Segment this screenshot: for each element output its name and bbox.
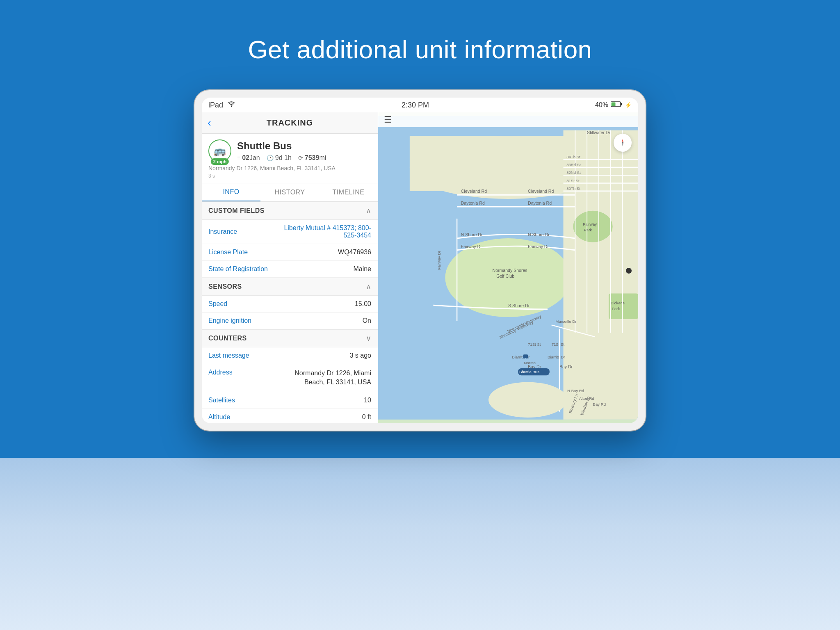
satellites-row: Satellites 10 (202, 392, 378, 409)
svg-text:Fairway Dr: Fairway Dr (437, 251, 441, 270)
svg-text:Park: Park (612, 306, 620, 311)
map-compass-button[interactable] (614, 134, 632, 152)
svg-text:71St St: 71St St (528, 342, 541, 347)
svg-rect-64 (525, 358, 526, 360)
address-label[interactable]: Address (208, 369, 233, 376)
svg-text:Park: Park (584, 228, 592, 232)
svg-text:Shuttle Bus: Shuttle Bus (519, 370, 539, 374)
engine-ignition-label[interactable]: Engine ignition (208, 317, 251, 324)
custom-fields-header[interactable]: CUSTOM FIELDS ∧ (202, 202, 378, 220)
svg-text:Cleveland Rd: Cleveland Rd (461, 189, 487, 194)
sensors-header[interactable]: SENSORS ∧ (202, 278, 378, 296)
left-panel: ‹ TRACKING 🚌 2 mph Shuttle Bus (202, 112, 378, 423)
vehicle-avatar: 🚌 2 mph (208, 139, 231, 162)
counters-header[interactable]: COUNTERS ∨ (202, 329, 378, 347)
insurance-value[interactable]: Liberty Mutual # 415373; 800-525-3454 (282, 224, 371, 239)
svg-text:Stillwater Dr: Stillwater Dr (587, 130, 610, 135)
svg-text:Daytonia Rd: Daytonia Rd (461, 201, 485, 205)
svg-text:Cleveland Rd: Cleveland Rd (528, 189, 554, 194)
charge-icon: ⚡ (625, 102, 632, 108)
last-message-row: Last message 3 s ago (202, 347, 378, 364)
vehicle-stats: ≡ 02Jan 🕐 9d 1h ⟳ 7539mi (237, 154, 371, 162)
device-name: iPad (208, 101, 223, 110)
svg-point-67 (622, 142, 623, 144)
speed-badge: 2 mph (211, 158, 229, 165)
svg-rect-2 (611, 103, 615, 106)
state-registration-label[interactable]: State of Registration (208, 265, 268, 273)
address-value: Normandy Dr 1226, Miami Beach, FL 33141,… (282, 369, 371, 387)
svg-text:Fairway: Fairway (583, 222, 597, 226)
sensors-chevron: ∧ (366, 282, 371, 291)
svg-text:84Th St: 84Th St (566, 155, 580, 159)
svg-text:Golf Club: Golf Club (496, 274, 514, 278)
engine-ignition-value: On (363, 317, 371, 324)
altitude-row: Altitude 0 ft (202, 409, 378, 423)
hamburger-icon[interactable]: ☰ (384, 114, 392, 125)
back-button[interactable]: ‹ (208, 116, 211, 129)
speed-value: 15.00 (355, 300, 371, 308)
custom-fields-title: CUSTOM FIELDS (208, 207, 265, 215)
clock-icon: 🕐 (267, 155, 274, 161)
insurance-label[interactable]: Insurance (208, 228, 237, 235)
tab-info[interactable]: INFO (202, 183, 260, 201)
vehicle-icon: 🚌 (214, 145, 226, 157)
stat-date: ≡ 02Jan (237, 154, 260, 162)
tab-timeline[interactable]: TIMELINE (319, 183, 378, 201)
status-left: iPad (208, 101, 235, 110)
ipad-screen: iPad 2:30 PM 40% (202, 98, 638, 423)
svg-text:80Th St: 80Th St (566, 186, 580, 191)
altitude-value: 0 ft (362, 413, 371, 421)
vehicle-card: 🚌 2 mph Shuttle Bus ≡ 02Jan (202, 134, 378, 183)
vehicle-name: Shuttle Bus (237, 140, 371, 152)
speed-row: Speed 15.00 (202, 296, 378, 313)
svg-text:Normandy Shores: Normandy Shores (493, 268, 527, 273)
svg-text:S Shore Dr: S Shore Dr (508, 303, 530, 308)
last-message-label[interactable]: Last message (208, 352, 249, 359)
status-bar: iPad 2:30 PM 40% (202, 98, 638, 112)
svg-text:Fairway Dr: Fairway Dr (528, 244, 549, 249)
scroll-indicator (626, 268, 632, 274)
header-area: Get additional unit information (0, 0, 840, 98)
counters-chevron: ∨ (366, 334, 371, 343)
stat-duration-value: 9d 1h (275, 154, 292, 162)
address-row: Address Normandy Dr 1226, Miami Beach, F… (202, 364, 378, 392)
mileage-icon: ⟳ (298, 155, 303, 161)
stat-mileage-value: 7539mi (305, 154, 326, 162)
state-registration-value: Maine (353, 265, 371, 273)
svg-point-59 (488, 382, 567, 418)
wifi-icon (227, 101, 235, 110)
state-registration-row: State of Registration Maine (202, 261, 378, 278)
map-svg: Normandy Shores Golf Club Fairway Park D… (378, 112, 638, 423)
svg-text:Bay Rd: Bay Rd (593, 402, 606, 406)
satellites-value: 10 (364, 397, 371, 404)
svg-text:81St St: 81St St (566, 178, 580, 183)
nav-header: ‹ TRACKING (202, 112, 378, 134)
stat-duration: 🕐 9d 1h (267, 154, 292, 162)
stat-mileage: ⟳ 7539mi (298, 154, 326, 162)
satellites-label[interactable]: Satellites (208, 397, 235, 404)
page-title: Get additional unit information (248, 35, 592, 64)
license-plate-value: WQ476936 (338, 249, 371, 256)
svg-rect-63 (523, 354, 528, 358)
map-header: ☰ (378, 112, 638, 127)
license-plate-label[interactable]: License Plate (208, 249, 248, 256)
sensors-title: SENSORS (208, 283, 242, 290)
svg-text:82Nd St: 82Nd St (566, 170, 581, 175)
bottom-background (0, 458, 840, 630)
last-message-value: 3 s ago (350, 352, 371, 359)
altitude-label[interactable]: Altitude (208, 413, 230, 421)
calendar-icon: ≡ (237, 155, 240, 161)
vehicle-top: 🚌 2 mph Shuttle Bus ≡ 02Jan (208, 139, 371, 162)
counters-title: COUNTERS (208, 335, 247, 342)
speed-label[interactable]: Speed (208, 300, 227, 308)
svg-rect-1 (621, 103, 622, 105)
screen-content: ‹ TRACKING 🚌 2 mph Shuttle Bus (202, 112, 638, 423)
tab-history[interactable]: HISTORY (260, 183, 319, 201)
svg-text:Daytonia Rd: Daytonia Rd (528, 201, 552, 205)
stat-date-value: 02Jan (242, 154, 260, 162)
svg-text:N Shore Dr: N Shore Dr (528, 232, 550, 237)
insurance-row: Insurance Liberty Mutual # 415373; 800-5… (202, 220, 378, 244)
svg-text:83Rd St: 83Rd St (566, 162, 581, 167)
tabs-row: INFO HISTORY TIMELINE (202, 183, 378, 202)
status-time: 2:30 PM (402, 101, 429, 110)
